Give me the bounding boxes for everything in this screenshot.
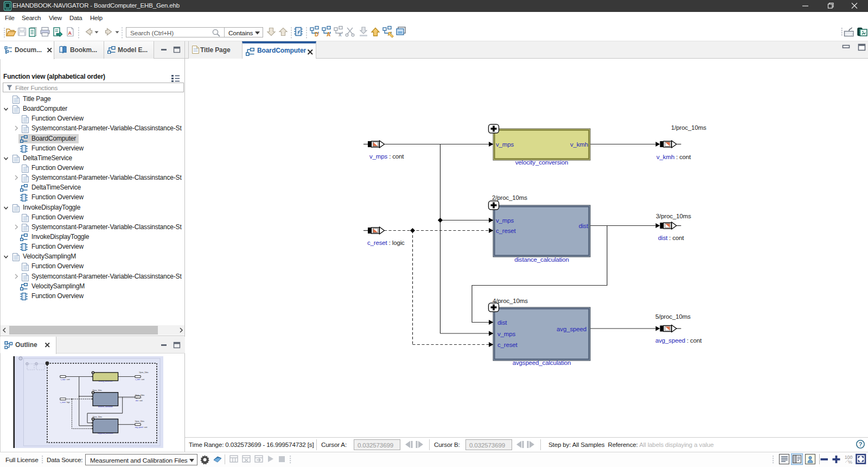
svg-text:avg_speed : cont: avg_speed : cont bbox=[655, 337, 702, 344]
svg-text:v_mps: v_mps bbox=[496, 217, 514, 224]
svg-text:4/proc_10ms: 4/proc_10ms bbox=[493, 298, 528, 304]
svg-text:D: D bbox=[315, 31, 318, 37]
svg-text:dist: dist bbox=[497, 319, 507, 326]
svg-text:v_mps : cont: v_mps : cont bbox=[369, 153, 404, 160]
svg-text:?: ? bbox=[859, 441, 863, 447]
svg-text:distance_calculation: distance_calculation bbox=[514, 256, 569, 263]
svg-text:avgspeed_calculation: avgspeed_calculation bbox=[513, 359, 571, 366]
svg-text:A: A bbox=[68, 30, 72, 36]
svg-text:avg_speed: avg_speed bbox=[557, 326, 586, 332]
svg-text:v_mps: v_mps bbox=[497, 331, 516, 337]
svg-text:5/proc_10ms: 5/proc_10ms bbox=[655, 313, 691, 320]
svg-text:v_mps: v_mps bbox=[496, 141, 514, 148]
svg-text:velocity_conversion: velocity_conversion bbox=[515, 159, 569, 166]
svg-text:c_reset: c_reset bbox=[496, 228, 516, 234]
svg-text:dist: dist bbox=[579, 223, 589, 229]
svg-text:2/proc_10ms: 2/proc_10ms bbox=[492, 194, 527, 201]
svg-text:%: % bbox=[848, 459, 852, 465]
svg-text:dist : cont: dist : cont bbox=[658, 235, 685, 241]
svg-text:c_reset: c_reset bbox=[497, 342, 518, 348]
svg-text:3/proc_10ms: 3/proc_10ms bbox=[656, 213, 691, 219]
svg-text:v_kmh: v_kmh bbox=[570, 141, 588, 148]
svg-text:c_reset : logic: c_reset : logic bbox=[367, 239, 405, 246]
svg-text:A: A bbox=[327, 31, 330, 37]
svg-text:1/proc_10ms: 1/proc_10ms bbox=[671, 124, 706, 131]
svg-text:x: x bbox=[339, 31, 342, 37]
svg-text:v_kmh : cont: v_kmh : cont bbox=[656, 154, 691, 160]
